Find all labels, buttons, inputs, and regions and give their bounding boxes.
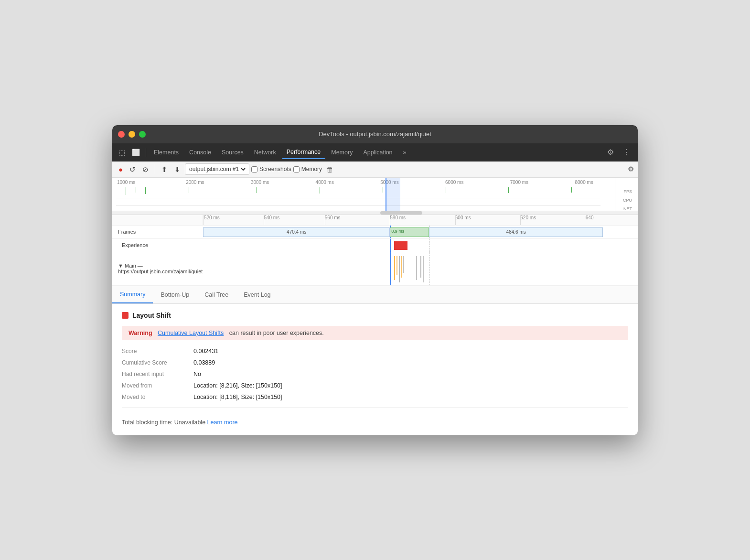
tab-network[interactable]: Network: [249, 146, 281, 159]
panel-tabs-header: Summary Bottom-Up Call Tree Event Log: [112, 286, 638, 304]
profile-select-input[interactable]: output.jsbin.com #1: [187, 165, 247, 173]
clear-button[interactable]: ⊘: [140, 164, 151, 174]
task-bar-4: [401, 256, 402, 278]
nav-divider: [146, 148, 146, 157]
total-blocking-row: Total blocking time: Unavailable Learn m…: [122, 414, 628, 428]
score-label: Score: [122, 348, 193, 355]
frame-bar-3: 484.6 ms: [429, 227, 603, 237]
performance-toolbar: ● ↺ ⊘ ⬆ ⬇ output.jsbin.com #1 Screenshot…: [112, 162, 638, 178]
maximize-button[interactable]: [139, 131, 146, 138]
tab-console[interactable]: Console: [184, 146, 216, 159]
cumulative-score-label: Cumulative Score: [122, 359, 193, 366]
tab-event-log[interactable]: Event Log: [236, 286, 278, 303]
device-toolbar-btn[interactable]: ⬜: [129, 147, 143, 158]
summary-title: Layout Shift: [122, 312, 628, 319]
delete-recording-button[interactable]: 🗑: [324, 164, 336, 174]
main-row: ▼ Main — https://output.jsbin.com/zajami…: [112, 252, 638, 286]
detail-mark-560: 560 ms: [325, 215, 341, 220]
task-bar-7: [420, 256, 421, 278]
layout-shift-icon: [122, 312, 129, 319]
reload-button[interactable]: ↺: [127, 164, 138, 174]
traffic-lights: [118, 131, 146, 138]
screenshots-checkbox-label[interactable]: Screenshots: [251, 166, 291, 172]
devtools-settings-icon[interactable]: ⚙: [603, 146, 618, 159]
tab-bottom-up[interactable]: Bottom-Up: [153, 286, 197, 303]
main-bars-content: [203, 252, 638, 285]
memory-checkbox[interactable]: [293, 166, 300, 172]
frames-content: 470.4 ms 8.9 ms 484.6 ms: [203, 226, 638, 238]
frames-label: Frames: [112, 229, 203, 235]
tab-performance[interactable]: Performance: [282, 146, 326, 159]
frame-bar-1: 470.4 ms: [203, 227, 390, 237]
toolbar-settings-icon[interactable]: ⚙: [628, 165, 634, 173]
detail-mark-620: 620 ms: [520, 215, 536, 220]
fps-label: FPS: [615, 187, 634, 196]
frame-bar-3-label: 484.6 ms: [506, 229, 526, 235]
recent-input-value: No: [193, 371, 201, 377]
task-bar-1: [394, 256, 395, 280]
tab-elements[interactable]: Elements: [149, 146, 183, 159]
memory-checkbox-label[interactable]: Memory: [293, 166, 322, 172]
screenshots-label: Screenshots: [259, 166, 291, 172]
summary-title-text: Layout Shift: [132, 312, 171, 319]
time-mark-6000: 6000 ms: [445, 180, 463, 185]
timeline-area: 1000 ms 2000 ms 3000 ms 4000 ms 5000 ms …: [112, 178, 638, 286]
tab-memory[interactable]: Memory: [326, 146, 357, 159]
summary-content: Layout Shift Warning Cumulative Layout S…: [112, 304, 638, 435]
devtools-window: DevTools - output.jsbin.com/zajamil/quie…: [112, 125, 638, 435]
close-button[interactable]: [118, 131, 125, 138]
warning-label: Warning: [129, 330, 152, 336]
detail-mark-540: 540 ms: [264, 215, 279, 220]
timeline-detail[interactable]: 520 ms 540 ms 560 ms 580 ms 600 ms 620 m…: [112, 215, 638, 286]
upload-button[interactable]: ⬆: [159, 164, 170, 174]
frame-bar-2-label: 8.9 ms: [390, 229, 405, 234]
frame-bar-1-label: 470.4 ms: [287, 229, 306, 235]
learn-more-link[interactable]: Learn more: [207, 419, 238, 426]
recent-input-label: Had recent input: [122, 371, 193, 377]
moved-from-row: Moved from Location: [8,216], Size: [150…: [122, 382, 628, 389]
time-mark-4000: 4000 ms: [316, 180, 334, 185]
title-bar: DevTools - output.jsbin.com/zajamil/quie…: [112, 125, 638, 143]
timeline-overview[interactable]: 1000 ms 2000 ms 3000 ms 4000 ms 5000 ms …: [112, 178, 638, 211]
cpu-label: CPU: [615, 196, 634, 205]
minimize-button[interactable]: [129, 131, 135, 138]
layout-shift-block: [394, 241, 407, 250]
task-bar-5: [403, 256, 404, 273]
cumulative-score-value: 0.03889: [193, 359, 215, 366]
profile-selector[interactable]: output.jsbin.com #1: [185, 163, 249, 175]
task-bar-8: [423, 256, 424, 282]
window-title: DevTools - output.jsbin.com/zajamil/quie…: [319, 130, 431, 138]
tab-application[interactable]: Application: [358, 146, 397, 159]
moved-to-row: Moved to Location: [8,116], Size: [150x1…: [122, 394, 628, 400]
cumulative-score-row: Cumulative Score 0.03889: [122, 359, 628, 366]
detail-mark-640: 640: [586, 215, 594, 220]
moved-from-label: Moved from: [122, 382, 193, 389]
screenshots-checkbox[interactable]: [251, 166, 257, 172]
warning-text: can result in poor user experiences.: [229, 330, 324, 336]
detail-mark-520: 520 ms: [204, 215, 220, 220]
frames-row: Frames 470.4 ms 8.9 ms: [112, 226, 638, 239]
nav-tabs-bar: ⬚ ⬜ Elements Console Sources Network Per…: [112, 143, 638, 162]
inspect-element-btn[interactable]: ⬚: [116, 147, 128, 158]
record-button[interactable]: ●: [116, 164, 125, 174]
separator: [122, 407, 628, 408]
total-blocking-text: Total blocking time: Unavailable: [122, 419, 207, 426]
detail-mark-600: 600 ms: [455, 215, 471, 220]
memory-label: Memory: [301, 166, 322, 172]
devtools-more-icon[interactable]: ⋮: [619, 146, 634, 159]
tab-sources[interactable]: Sources: [217, 146, 248, 159]
tab-summary[interactable]: Summary: [112, 286, 153, 303]
moved-to-value: Location: [8,116], Size: [150x150]: [193, 394, 282, 400]
time-mark-1000: 1000 ms: [117, 180, 135, 185]
score-value: 0.002431: [193, 348, 218, 355]
experience-content: [203, 239, 638, 252]
tab-more[interactable]: »: [398, 146, 411, 159]
time-mark-3000: 3000 ms: [251, 180, 269, 185]
download-button[interactable]: ⬇: [172, 164, 183, 174]
warning-link[interactable]: Cumulative Layout Shifts: [158, 330, 224, 336]
main-label-text: ▼ Main — https://output.jsbin.com/zajami…: [118, 263, 203, 274]
toolbar-divider-1: [155, 164, 155, 174]
tab-call-tree[interactable]: Call Tree: [197, 286, 236, 303]
time-mark-7000: 7000 ms: [510, 180, 528, 185]
experience-label: Experience: [112, 242, 203, 248]
